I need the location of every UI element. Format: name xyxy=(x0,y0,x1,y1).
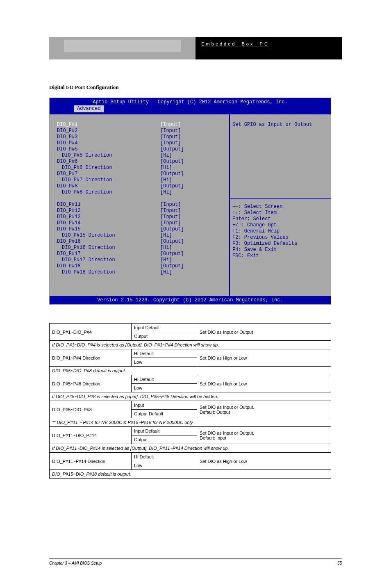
bios-setting-label: DIO_P#15 xyxy=(57,226,81,232)
bios-setting-row[interactable]: DIO_P#15[Output] xyxy=(57,226,230,232)
condition-text: DIO_P#5~DIO_P#8 default is output. xyxy=(50,367,331,375)
option-row: DIO_P#1~DIO_P#4Input DefaultSet DIO as I… xyxy=(50,324,331,332)
bios-setting-label: DIO_P#7 Direction xyxy=(62,177,112,183)
bios-setting-row[interactable]: DIO_P#15 Direction[Hi] xyxy=(57,232,230,239)
bios-key-hint: F2: Previous Values xyxy=(232,235,328,241)
bios-setting-value: [Hi] xyxy=(160,232,172,239)
page-header: Embedded Box PC xyxy=(49,37,342,59)
bios-setting-row[interactable]: DIO_P#14[Input] xyxy=(57,220,230,226)
footer-page-number: 55 xyxy=(337,561,342,565)
bios-setting-label: DIO_P#3 xyxy=(57,134,77,140)
bios-setting-row[interactable]: DIO_P#8 Direction[Hi] xyxy=(57,189,230,196)
option-value: Input xyxy=(132,401,197,410)
bios-setting-label: DIO_P#5 Direction xyxy=(62,153,112,159)
bios-setting-label: DIO_P#11 xyxy=(57,202,81,208)
bios-setting-row[interactable]: DIO_P#3[Input] xyxy=(57,134,230,140)
bios-setting-value: [Input] xyxy=(160,128,181,134)
default-marker: Default xyxy=(144,325,159,330)
condition-row: If DIO_P#5~DIO_P#8 is selected as [input… xyxy=(50,392,331,401)
bios-setting-row[interactable]: DIO_P#12[Input] xyxy=(57,208,230,214)
bios-setting-value: [Input] xyxy=(160,214,181,220)
bios-setting-row[interactable]: DIO_P#16[Output] xyxy=(57,239,230,245)
bios-setting-label: DIO_P#18 xyxy=(57,263,81,269)
bios-setting-value: [Input] xyxy=(160,122,181,128)
bios-key-hint: →←: Select Screen xyxy=(232,204,328,210)
bios-setting-value: [Input] xyxy=(160,220,181,226)
bios-setting-row[interactable]: DIO_P#4[Input] xyxy=(57,140,230,146)
default-marker: Default xyxy=(138,377,154,382)
option-description: Set DIO as Input or Output.Default: Inpu… xyxy=(197,427,331,444)
option-name: DIO_P#1~DIO_P#4 xyxy=(50,324,132,341)
bios-setting-label: DIO_P#16 Direction xyxy=(62,245,115,251)
page-footer: Chapter 3 – AMI BIOS Setup 55 xyxy=(49,558,342,565)
option-value: Low xyxy=(132,461,197,470)
option-name: DIO_P#5~DIO_P#8 xyxy=(50,401,132,418)
bios-tab-advanced[interactable]: Advanced xyxy=(74,105,104,112)
options-table: DIO_P#1~DIO_P#4Input DefaultSet DIO as I… xyxy=(49,323,331,479)
option-value: Output Default xyxy=(132,410,197,418)
bios-setting-row[interactable]: DIO_P#17[Output] xyxy=(57,251,230,257)
option-value: Low xyxy=(132,358,197,367)
bios-setting-value: [Input] xyxy=(160,208,181,214)
bios-setting-row[interactable]: DIO_P#11[Input] xyxy=(57,202,230,208)
option-value: Hi Default xyxy=(132,375,197,384)
header-grey-inner xyxy=(64,40,181,52)
default-marker: Default xyxy=(138,351,154,356)
bios-setting-row[interactable]: DIO_P#18[Output] xyxy=(57,263,230,269)
bios-key-hint: F3: Optimized Defaults xyxy=(232,241,328,247)
option-row: DIO_P#11~P#14 DirectionHi DefaultSet DIO… xyxy=(50,453,331,461)
section-heading: Digital I/O Port Configuration xyxy=(49,84,118,91)
bios-spacer xyxy=(57,196,230,202)
bios-setting-value: [Output] xyxy=(160,263,184,269)
bios-settings-list[interactable]: DIO_P#1[Input]DIO_P#2[Input]DIO_P#3[Inpu… xyxy=(50,114,230,296)
bios-setting-row[interactable]: DIO_P#6[Output] xyxy=(57,159,230,165)
bios-setting-label: DIO_P#17 Direction xyxy=(62,257,115,263)
bios-setting-row[interactable]: DIO_P#18 Direction[Hi] xyxy=(57,269,230,276)
header-black-bar xyxy=(196,37,342,59)
option-row: DIO_P#5~P#8 DirectionHi DefaultSet DIO a… xyxy=(50,375,331,384)
header-black-text: Embedded Box PC xyxy=(201,41,269,46)
bios-setting-row[interactable]: DIO_P#16 Direction[Hi] xyxy=(57,245,230,251)
bios-setting-value: [Output] xyxy=(160,251,184,257)
bios-screenshot: Aptio Setup Utility – Copyright (C) 2012… xyxy=(49,98,331,305)
bios-setting-value: [Output] xyxy=(160,171,184,177)
bios-setting-label: DIO_P#12 xyxy=(57,208,81,214)
option-value: Output xyxy=(132,332,197,341)
bios-setting-value: [Hi] xyxy=(160,257,172,263)
bios-setting-row[interactable]: DIO_P#7[Output] xyxy=(57,171,230,177)
bios-utility-title: Aptio Setup Utility – Copyright (C) 2012… xyxy=(50,99,331,105)
option-value: Output xyxy=(132,435,197,444)
option-value: Input Default xyxy=(132,427,197,435)
bios-setting-row[interactable]: DIO_P#5[Output] xyxy=(57,146,230,153)
bios-setting-row[interactable]: DIO_P#8[Output] xyxy=(57,183,230,189)
bios-setting-row[interactable]: DIO_P#13[Input] xyxy=(57,214,230,220)
bios-setting-value: [Input] xyxy=(160,202,181,208)
option-value: Hi Default xyxy=(132,453,197,461)
bios-setting-value: [Hi] xyxy=(160,189,172,196)
bios-setting-label: DIO_P#4 xyxy=(57,140,77,146)
option-row: DIO_P#1~P#4 DirectionHi DefaultSet DIO a… xyxy=(50,349,331,358)
bios-setting-row[interactable]: DIO_P#1[Input] xyxy=(57,122,230,128)
condition-text: If DIO_P#11~DIO_P#14 is selected as [Out… xyxy=(50,444,331,453)
bios-key-hint: ESC: Exit xyxy=(232,253,328,259)
option-name: DIO_P#11~DIO_P#14 xyxy=(50,427,132,444)
bios-setting-label: DIO_P#5 xyxy=(57,146,77,153)
bios-setting-row[interactable]: DIO_P#7 Direction[Hi] xyxy=(57,177,230,183)
bios-setting-row[interactable]: DIO_P#5 Direction[Hi] xyxy=(57,153,230,159)
bios-setting-value: [Hi] xyxy=(160,165,172,171)
option-value: Low xyxy=(132,384,197,392)
bios-key-hint: Enter: Select xyxy=(232,216,328,222)
default-marker: Default xyxy=(144,428,159,433)
bios-setting-value: [Hi] xyxy=(160,245,172,251)
bios-setting-value: [Hi] xyxy=(160,269,172,276)
default-marker: Default xyxy=(138,454,154,459)
bios-setting-row[interactable]: DIO_P#2[Input] xyxy=(57,128,230,134)
bios-setting-row[interactable]: DIO_P#17 Direction[Hi] xyxy=(57,257,230,263)
bios-key-hint: +/-: Change Opt. xyxy=(232,222,328,228)
bios-setting-label: DIO_P#14 xyxy=(57,220,81,226)
bios-setting-row[interactable]: DIO_P#6 Direction[Hi] xyxy=(57,165,230,171)
option-value: Input Default xyxy=(132,324,197,332)
condition-row: If DIO_P#11~DIO_P#14 is selected as [Out… xyxy=(50,444,331,453)
bios-setting-label: DIO_P#17 xyxy=(57,251,81,257)
bios-version-footer: Version 2.15.1229. Copyright (C) 2012 Am… xyxy=(50,297,331,303)
